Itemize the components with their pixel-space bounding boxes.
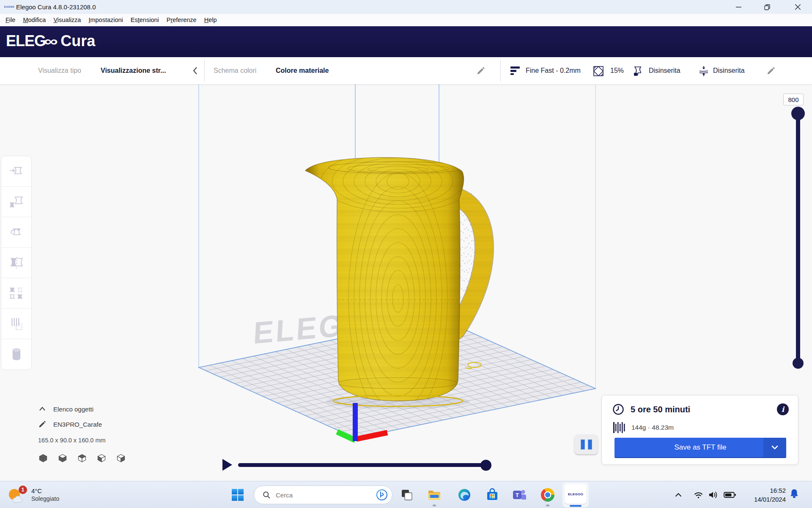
save-dropdown-button[interactable] <box>763 438 786 457</box>
microsoft-store-icon <box>486 488 499 502</box>
logo-eleg: ELEG <box>6 32 46 50</box>
weather-condition: Soleggiato <box>31 495 59 502</box>
edge-button[interactable] <box>457 487 472 502</box>
pause-button[interactable] <box>574 434 598 454</box>
tray-date: 14/01/2024 <box>741 495 786 504</box>
color-scheme-value[interactable]: Colore materiale <box>276 57 329 84</box>
task-view-icon <box>400 488 414 502</box>
pause-icon <box>581 439 585 450</box>
mirror-tool[interactable] <box>1 248 31 278</box>
per-model-settings-tool[interactable] <box>1 278 31 309</box>
chrome-button[interactable] <box>540 487 555 502</box>
layer-slider-lower-handle[interactable] <box>793 358 804 369</box>
support-blocker-tool[interactable] <box>1 309 31 339</box>
taskbar-search[interactable] <box>254 486 392 504</box>
app-header: ELEG∞Cura PREPARAANTEPRIMACONTROLLA Merc… <box>0 26 812 57</box>
battery-icon <box>724 490 736 500</box>
rename-pencil-icon[interactable] <box>37 420 47 428</box>
pause-icon <box>588 439 592 450</box>
tool-panel <box>1 156 32 370</box>
elegoo-app-icon: ELEGOO <box>565 484 587 504</box>
menu-visualizza[interactable]: Visualizza <box>49 14 85 26</box>
view-3d-button[interactable] <box>38 453 48 463</box>
layer-slider-value[interactable]: 800 <box>783 94 804 105</box>
object-item[interactable]: EN3PRO_Carafe <box>37 417 126 432</box>
adhesion-value[interactable]: Disinserita <box>713 57 745 84</box>
elegoo-cura-taskbar-button[interactable]: ELEGOO <box>562 483 589 507</box>
move-tool[interactable] <box>1 156 31 187</box>
notification-badge: 1 <box>19 486 27 494</box>
wifi-tray-button[interactable] <box>693 490 704 500</box>
rotate-tool[interactable] <box>1 217 31 248</box>
volume-tray-button[interactable] <box>708 490 719 500</box>
clock-tray-button[interactable]: 16:52 14/01/2024 <box>741 486 786 504</box>
tray-chevron-up-button[interactable] <box>673 490 684 500</box>
edit-print-settings-icon[interactable] <box>766 66 776 75</box>
restore-button[interactable] <box>757 0 777 14</box>
save-as-tft-button[interactable]: Save as TFT file <box>614 438 786 457</box>
view-left-button[interactable] <box>96 453 107 463</box>
file-explorer-button[interactable] <box>427 487 442 502</box>
running-indicator <box>546 505 549 506</box>
print-profile-icon[interactable] <box>510 66 521 76</box>
bing-copilot-icon <box>376 489 388 501</box>
chrome-icon <box>541 488 554 502</box>
notification-bell-button[interactable] <box>788 488 800 501</box>
path-slider-track[interactable] <box>238 463 488 467</box>
cylinder-tool[interactable] <box>1 339 31 370</box>
chevron-down-icon <box>769 442 780 453</box>
running-indicator <box>433 505 436 506</box>
tray-time: 16:52 <box>741 486 786 495</box>
weather-widget[interactable]: 1 4°C Soleggiato <box>7 484 87 506</box>
elegoo-cura-window: ELEGOO Elegoo Cura 4.8.0-231208.0 FileMo… <box>0 0 812 508</box>
microsoft-store-button[interactable] <box>485 487 500 502</box>
path-slider-handle[interactable] <box>480 460 491 471</box>
scale-tool[interactable] <box>1 187 31 217</box>
object-list-title: Elenco oggetti <box>53 406 93 413</box>
menu-estensioni[interactable]: Estensioni <box>127 14 163 26</box>
play-button[interactable] <box>220 458 234 472</box>
chevron-left-icon[interactable] <box>190 66 200 76</box>
info-icon[interactable]: i <box>777 403 789 415</box>
start-button[interactable] <box>230 487 245 502</box>
chevron-up-icon <box>674 491 683 499</box>
print-stats-panel: 5 ore 50 minuti i 144g · 48.23m Save as … <box>601 395 798 465</box>
adhesion-icon[interactable] <box>698 66 709 77</box>
teams-button[interactable]: T <box>512 487 527 502</box>
support-value[interactable]: Disinserita <box>649 57 680 84</box>
close-icon <box>795 4 801 10</box>
view-right-button[interactable] <box>116 453 126 463</box>
battery-tray-button[interactable] <box>723 490 737 500</box>
menu-modifica[interactable]: Modifica <box>19 14 49 26</box>
support-icon[interactable] <box>632 66 643 77</box>
minimize-icon <box>736 4 741 10</box>
search-input[interactable] <box>275 491 376 499</box>
object-list-header[interactable]: Elenco oggetti <box>37 401 126 417</box>
task-view-button[interactable] <box>399 487 414 502</box>
menu-preferenze[interactable]: Preferenze <box>163 14 200 26</box>
view-front-button[interactable] <box>58 453 68 463</box>
weather-temperature: 4°C <box>31 487 59 495</box>
infill-icon[interactable] <box>593 66 604 77</box>
play-icon <box>221 458 233 472</box>
menu-impostazioni[interactable]: Impostazioni <box>85 14 126 26</box>
menu-help[interactable]: Help <box>200 14 221 26</box>
clock-icon <box>612 403 625 416</box>
edit-pencil-icon[interactable] <box>476 66 486 75</box>
layer-slider-track[interactable] <box>796 113 800 363</box>
infill-value[interactable]: 15% <box>610 57 624 84</box>
search-icon <box>263 491 271 499</box>
layer-slider-upper-handle[interactable] <box>791 107 805 120</box>
minimize-button[interactable] <box>729 0 748 14</box>
file-explorer-icon <box>427 488 442 502</box>
view-top-button[interactable] <box>77 453 87 463</box>
wifi-icon <box>694 490 703 500</box>
speaker-icon <box>708 490 719 500</box>
menu-file[interactable]: File <box>2 14 19 26</box>
color-scheme-label: Schema colori <box>214 57 256 84</box>
material-usage: 144g · 48.23m <box>631 424 674 431</box>
print-profile-value[interactable]: Fine Fast - 0.2mm <box>526 57 581 84</box>
close-button[interactable] <box>788 0 807 14</box>
menu-bar: FileModificaVisualizzaImpostazioniEstens… <box>0 14 812 26</box>
view-type-value[interactable]: Visualizzazione str... <box>101 57 166 84</box>
